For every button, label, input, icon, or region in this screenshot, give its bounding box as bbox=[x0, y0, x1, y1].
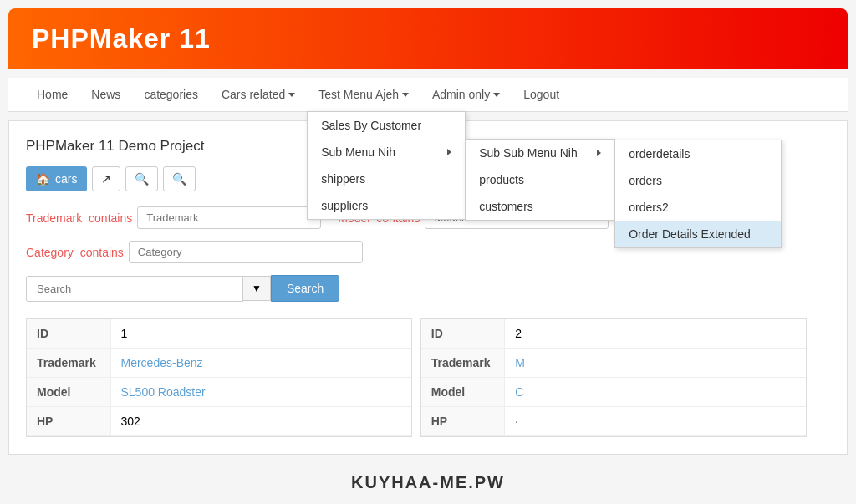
table-row: Model SL500 Roadster bbox=[27, 378, 411, 407]
cell-trademark-value: M bbox=[505, 349, 806, 378]
export-icon: ↗ bbox=[101, 172, 111, 186]
table-row: Trademark Mercedes-Benz bbox=[27, 349, 411, 378]
home-button[interactable]: 🏠 cars bbox=[26, 166, 87, 191]
menu-item-shippers[interactable]: shippers bbox=[308, 165, 465, 192]
nav-logout[interactable]: Logout bbox=[512, 78, 571, 111]
submenu-arrow-icon bbox=[447, 149, 451, 155]
search-bar: ▼ Search bbox=[26, 275, 830, 302]
cell-model-value: C bbox=[505, 378, 806, 407]
cell-model-value: SL500 Roadster bbox=[110, 378, 411, 407]
cell-trademark-label: Trademark bbox=[421, 349, 505, 378]
nav-test-menu[interactable]: Test Menu Ajeh Sales By Customer Sub Men… bbox=[307, 78, 420, 111]
breadcrumb: cars bbox=[55, 172, 77, 186]
menu-item-suppliers-label: suppliers bbox=[321, 199, 368, 212]
watermark: KUYHAA-ME.PW bbox=[0, 463, 856, 502]
search-button-label: Search bbox=[287, 282, 324, 295]
cell-hp-label: HP bbox=[27, 407, 110, 436]
data-table-1: ID 1 Trademark Mercedes-Benz Model SL500… bbox=[26, 318, 412, 437]
clear-search-button[interactable]: 🔍 bbox=[163, 166, 196, 191]
trademark-filter: Trademark contains bbox=[26, 206, 321, 229]
category-input[interactable] bbox=[129, 241, 363, 263]
table-row: Model C bbox=[421, 378, 806, 407]
menu-item-orderdetails[interactable]: orderdetails bbox=[615, 140, 781, 167]
cell-id-label: ID bbox=[421, 319, 505, 349]
dropdown-caret-icon: ▼ bbox=[252, 283, 262, 294]
cell-model-label: Model bbox=[421, 378, 505, 407]
cell-id-value: 2 bbox=[505, 319, 806, 349]
menu-item-order-details-extended[interactable]: Order Details Extended bbox=[615, 221, 781, 247]
home-icon: 🏠 bbox=[36, 172, 50, 186]
app-title: PHPMaker 11 bbox=[32, 23, 211, 53]
nav-news[interactable]: News bbox=[79, 78, 132, 111]
menu-item-order-details-extended-label: Order Details Extended bbox=[629, 227, 751, 241]
menu-item-sales[interactable]: Sales By Customer bbox=[308, 112, 465, 139]
menu-item-shippers-label: shippers bbox=[321, 172, 365, 186]
menu-item-suppliers[interactable]: suppliers bbox=[308, 192, 465, 219]
navbar: Home News categories Cars related Test M… bbox=[8, 78, 848, 112]
app-header: PHPMaker 11 bbox=[8, 8, 848, 69]
caret-icon bbox=[288, 93, 295, 97]
menu-item-sub-label: Sub Menu Nih bbox=[321, 145, 395, 159]
cell-hp-label: HP bbox=[421, 407, 505, 436]
nav-admin-only-label: Admin only bbox=[432, 88, 490, 101]
search-input[interactable] bbox=[26, 276, 243, 302]
model-link2[interactable]: C bbox=[515, 385, 523, 399]
nav-cars-related-label: Cars related bbox=[222, 88, 285, 101]
watermark-text: KUYHAA-ME.PW bbox=[351, 473, 505, 491]
cell-trademark-value: Mercedes-Benz bbox=[110, 349, 411, 378]
nav-categories[interactable]: categories bbox=[132, 78, 210, 111]
category-filter: Category contains bbox=[26, 241, 363, 263]
menu-item-subsub[interactable]: Sub Sub Menu Nih bbox=[466, 140, 614, 166]
trademark-link2[interactable]: M bbox=[515, 356, 525, 369]
menu-item-sales-label: Sales By Customer bbox=[321, 119, 421, 132]
menu-item-orders[interactable]: orders bbox=[615, 167, 781, 194]
search-button[interactable]: 🔍 bbox=[125, 166, 158, 191]
menu-item-orderdetails-label: orderdetails bbox=[629, 147, 690, 160]
data-table-2: ID 2 Trademark M Model C HP · bbox=[420, 318, 807, 437]
table-row: ID 1 bbox=[27, 319, 411, 349]
menu-item-sub[interactable]: Sub Menu Nih bbox=[308, 139, 465, 165]
search-options-button[interactable]: ▼ bbox=[243, 276, 271, 301]
menu-item-products-label: products bbox=[479, 173, 524, 186]
submenu-arrow2-icon bbox=[597, 150, 601, 156]
test-menu-dropdown: Sales By Customer Sub Menu Nih Sub Sub M… bbox=[307, 111, 466, 220]
menu-item-subsub-wrapper: Sub Sub Menu Nih orderdetails orders bbox=[466, 140, 614, 166]
menu-item-submenu-wrapper: Sub Menu Nih Sub Sub Menu Nih bbox=[308, 139, 465, 165]
table-row: HP 302 bbox=[27, 407, 411, 436]
menu-item-orders2-label: orders2 bbox=[629, 201, 668, 214]
model-link[interactable]: SL500 Roadster bbox=[121, 385, 206, 399]
menu-item-subsub-label: Sub Sub Menu Nih bbox=[479, 146, 578, 160]
sub-menu-dropdown: Sub Sub Menu Nih orderdetails orders bbox=[465, 139, 615, 221]
table-row: Trademark M bbox=[421, 349, 806, 378]
nav-test-menu-label: Test Menu Ajeh bbox=[318, 88, 399, 101]
category-label: Category contains bbox=[26, 246, 124, 259]
menu-item-customers-label: customers bbox=[479, 200, 533, 213]
menu-item-orders-label: orders bbox=[629, 174, 662, 187]
cell-hp-value: 302 bbox=[110, 407, 411, 436]
table-row: ID 2 bbox=[421, 319, 806, 349]
data-tables: ID 1 Trademark Mercedes-Benz Model SL500… bbox=[26, 318, 830, 437]
cell-id-value: 1 bbox=[110, 319, 411, 349]
caret-admin-icon bbox=[493, 93, 500, 97]
table-row: HP · bbox=[421, 407, 806, 436]
menu-item-orders2[interactable]: orders2 bbox=[615, 194, 781, 221]
nav-cars-related[interactable]: Cars related bbox=[210, 78, 307, 111]
cell-model-label: Model bbox=[27, 378, 110, 407]
cell-hp-value: · bbox=[505, 407, 806, 436]
menu-item-products[interactable]: products bbox=[466, 166, 614, 193]
subsub-menu-dropdown: orderdetails orders orders2 Order Detail… bbox=[614, 140, 782, 248]
search-submit-button[interactable]: Search bbox=[271, 275, 339, 302]
menu-item-customers[interactable]: customers bbox=[466, 193, 614, 220]
trademark-input[interactable] bbox=[137, 206, 321, 229]
clear-search-icon: 🔍 bbox=[172, 172, 186, 186]
trademark-label: Trademark contains bbox=[26, 211, 132, 225]
nav-home[interactable]: Home bbox=[25, 78, 79, 111]
cell-id-label: ID bbox=[27, 319, 110, 349]
nav-admin-only[interactable]: Admin only bbox=[420, 78, 512, 111]
search-icon: 🔍 bbox=[135, 172, 149, 186]
cell-trademark-label: Trademark bbox=[27, 349, 110, 378]
trademark-link[interactable]: Mercedes-Benz bbox=[121, 356, 203, 369]
export-button[interactable]: ↗ bbox=[92, 166, 120, 191]
caret-icon bbox=[402, 93, 409, 97]
